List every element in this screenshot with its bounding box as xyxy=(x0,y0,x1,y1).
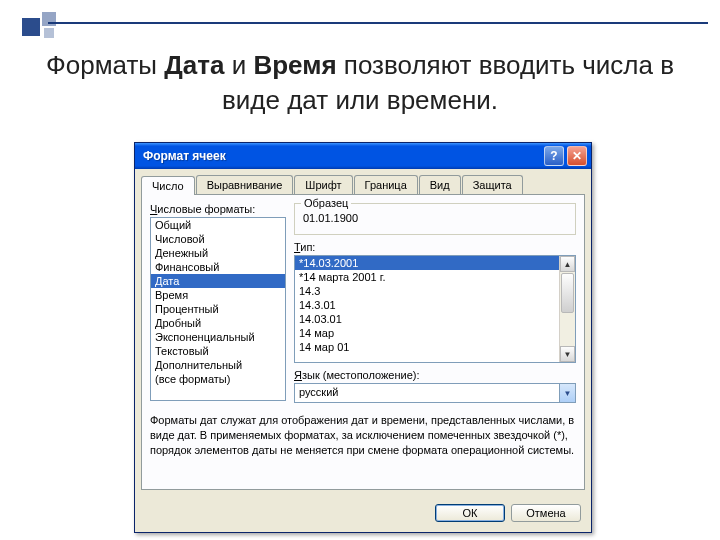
category-listbox[interactable]: ОбщийЧисловойДенежныйФинансовыйДатаВремя… xyxy=(150,217,286,401)
tab-panel-number: Числовые форматы: ОбщийЧисловойДенежныйФ… xyxy=(141,194,585,490)
ok-button[interactable]: ОК xyxy=(435,504,505,522)
list-item[interactable]: Текстовый xyxy=(151,344,285,358)
list-item[interactable]: *14 марта 2001 г. xyxy=(295,270,559,284)
dialog-buttons: ОК Отмена xyxy=(135,496,591,532)
tab-выравнивание[interactable]: Выравнивание xyxy=(196,175,294,194)
tab-число[interactable]: Число xyxy=(141,176,195,195)
list-item[interactable]: 14 мар 01 xyxy=(295,340,559,354)
sample-value: 01.01.1900 xyxy=(303,210,567,226)
scroll-up-icon[interactable]: ▲ xyxy=(560,256,575,272)
tab-шрифт[interactable]: Шрифт xyxy=(294,175,352,194)
close-button[interactable]: ✕ xyxy=(567,146,587,166)
locale-label: Язык (местоположение): xyxy=(294,369,576,381)
list-item[interactable]: 14.03.01 xyxy=(295,312,559,326)
sample-label: Образец xyxy=(301,197,351,209)
list-item[interactable]: Дробный xyxy=(151,316,285,330)
chevron-down-icon[interactable]: ▼ xyxy=(559,384,575,402)
cancel-button[interactable]: Отмена xyxy=(511,504,581,522)
list-item[interactable]: 14 мар xyxy=(295,326,559,340)
list-item[interactable]: Числовой xyxy=(151,232,285,246)
tab-вид[interactable]: Вид xyxy=(419,175,461,194)
list-item[interactable]: Процентный xyxy=(151,302,285,316)
list-item[interactable]: Общий xyxy=(151,218,285,232)
locale-value: русский xyxy=(295,384,559,402)
list-item[interactable]: *14.03.2001 xyxy=(295,256,559,270)
scroll-thumb[interactable] xyxy=(561,273,574,313)
help-button[interactable]: ? xyxy=(544,146,564,166)
list-item[interactable]: 14.3 xyxy=(295,284,559,298)
format-cells-dialog: Формат ячеек ? ✕ ЧислоВыравниваниеШрифтГ… xyxy=(134,142,592,533)
window-title: Формат ячеек xyxy=(143,149,541,163)
tab-bar: ЧислоВыравниваниеШрифтГраницаВидЗащита xyxy=(135,169,591,194)
list-item[interactable]: Дополнительный xyxy=(151,358,285,372)
slide-divider xyxy=(48,22,708,24)
type-listbox[interactable]: *14.03.2001*14 марта 2001 г.14.314.3.011… xyxy=(294,255,576,363)
list-item[interactable]: Финансовый xyxy=(151,260,285,274)
list-item[interactable]: Денежный xyxy=(151,246,285,260)
slide-title: Форматы Дата и Время позволяют вводить ч… xyxy=(0,48,720,118)
titlebar: Формат ячеек ? ✕ xyxy=(135,143,591,169)
format-description: Форматы дат служат для отображения дат и… xyxy=(150,413,576,458)
sample-fieldset: Образец 01.01.1900 xyxy=(294,203,576,235)
list-item[interactable]: Экспоненциальный xyxy=(151,330,285,344)
numeric-formats-label: Числовые форматы: xyxy=(150,203,286,215)
tab-граница[interactable]: Граница xyxy=(354,175,418,194)
type-label: Тип: xyxy=(294,241,576,253)
list-item[interactable]: Время xyxy=(151,288,285,302)
list-item[interactable]: (все форматы) xyxy=(151,372,285,386)
tab-защита[interactable]: Защита xyxy=(462,175,523,194)
scroll-down-icon[interactable]: ▼ xyxy=(560,346,575,362)
list-item[interactable]: Дата xyxy=(151,274,285,288)
locale-combobox[interactable]: русский ▼ xyxy=(294,383,576,403)
list-item[interactable]: 14.3.01 xyxy=(295,298,559,312)
type-scrollbar[interactable]: ▲ ▼ xyxy=(559,256,575,362)
